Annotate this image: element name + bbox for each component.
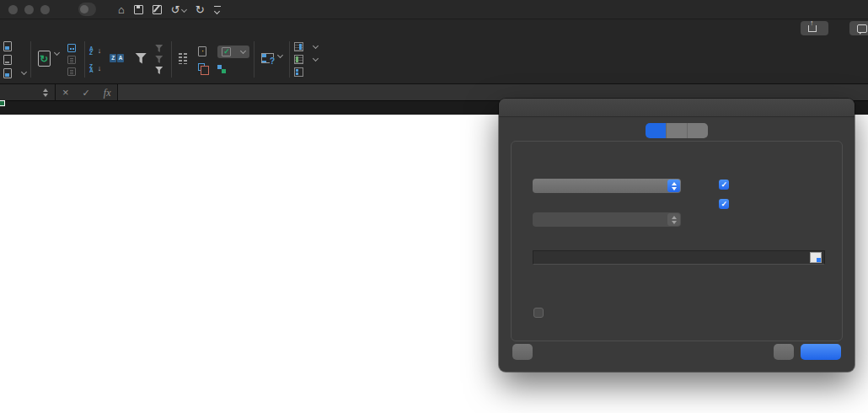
sortieren-button[interactable] — [107, 54, 126, 65]
what-if-analysis-icon — [261, 53, 274, 63]
sort-tiles-icon — [110, 54, 124, 62]
settings-panel — [511, 141, 843, 341]
chevron-down-icon — [313, 56, 319, 62]
data-validation-icon — [222, 47, 231, 56]
undo-chevron-icon — [181, 7, 187, 13]
toggle-knob-icon — [80, 5, 88, 13]
group-outline — [294, 35, 318, 83]
group-whatif — [259, 35, 285, 83]
tab-einstellungen[interactable] — [646, 123, 666, 138]
save-as-icon[interactable] — [153, 5, 162, 14]
undo-icon — [171, 4, 180, 15]
divider — [84, 41, 85, 78]
loeschen-button[interactable] — [155, 45, 167, 52]
blitzvorschau-button[interactable] — [198, 46, 212, 56]
allow-dropdown[interactable] — [533, 179, 681, 193]
tab-eingabemeldung[interactable] — [666, 123, 687, 138]
checkbox-checked-icon — [719, 180, 729, 190]
remove-duplicates-icon — [198, 63, 205, 71]
duplikate-entfernen-button[interactable] — [198, 63, 212, 73]
share-icon — [808, 25, 817, 32]
dialog-buttons — [512, 344, 841, 360]
refresh-all-icon — [38, 51, 51, 67]
apply-all-checkbox — [533, 308, 549, 318]
titlebar — [0, 0, 868, 19]
sort-az-icon — [89, 46, 94, 56]
clear-filter-icon — [155, 45, 163, 52]
comments-button[interactable] — [849, 21, 868, 35]
insert-function-icon[interactable] — [104, 85, 111, 100]
text-document-icon — [3, 55, 12, 65]
flash-fill-icon — [198, 46, 206, 56]
range-selector-icon[interactable] — [810, 252, 822, 263]
dropdown-stepper-icon — [667, 180, 680, 192]
eigenschaften-button[interactable] — [67, 56, 80, 64]
down-arrow-icon — [98, 64, 102, 73]
share-button[interactable] — [801, 21, 828, 35]
verknuepfungen-bearbeiten-button[interactable] — [67, 67, 80, 76]
datenueberpruefung-button[interactable] — [217, 46, 249, 58]
was-waere-wenn-button[interactable] — [259, 53, 285, 66]
ribbon-tabbar — [0, 19, 868, 35]
sort-ascending-button[interactable] — [89, 46, 101, 56]
ok-button[interactable] — [801, 344, 841, 360]
cell-dropdown-checkbox[interactable] — [719, 199, 734, 209]
aus-html-button[interactable] — [3, 41, 26, 51]
quick-access-toolbar — [118, 2, 221, 17]
sort-descending-button[interactable] — [89, 64, 101, 73]
undo-control[interactable] — [171, 2, 186, 17]
window-controls — [8, 5, 50, 14]
toolbar-options-icon[interactable] — [214, 6, 221, 13]
group-get-data — [3, 35, 26, 83]
divider — [55, 84, 56, 101]
minimize-window-icon[interactable] — [24, 5, 34, 14]
save-icon[interactable] — [134, 5, 143, 14]
ungroup-icon — [294, 55, 303, 64]
gruppierung-button[interactable] — [294, 42, 318, 51]
home-icon[interactable] — [118, 4, 125, 15]
filtern-button[interactable] — [132, 53, 149, 67]
neue-datenbankabfrage-button[interactable] — [3, 68, 26, 78]
neu-anwenden-button[interactable] — [155, 56, 167, 63]
gruppierung-aufheben-button[interactable] — [294, 55, 318, 64]
subtotal-icon — [294, 67, 303, 77]
cancel-entry-icon[interactable] — [62, 85, 69, 100]
comment-icon — [857, 24, 867, 33]
chevron-down-icon — [313, 43, 319, 49]
properties-icon — [67, 56, 76, 64]
teilergebnis-button[interactable] — [294, 67, 318, 77]
close-window-icon[interactable] — [8, 5, 18, 14]
ribbon-daten — [0, 35, 868, 84]
filter-funnel-icon — [135, 53, 147, 64]
clear-all-button[interactable] — [512, 344, 533, 360]
redo-icon[interactable] — [196, 4, 205, 15]
group-icon — [294, 42, 303, 51]
group-sort-filter — [89, 35, 167, 83]
cancel-button[interactable] — [774, 344, 794, 360]
connections-icon — [67, 44, 76, 52]
aus-text-button[interactable] — [3, 55, 26, 65]
down-arrow-icon — [98, 46, 102, 56]
sort-za-icon — [89, 64, 94, 73]
tab-fehlermeldung[interactable] — [687, 123, 708, 138]
dialog-title[interactable] — [499, 99, 855, 117]
group-connections — [35, 35, 80, 83]
ignore-blank-checkbox[interactable] — [719, 180, 734, 190]
autosave-toggle[interactable] — [78, 3, 96, 16]
divider — [289, 41, 290, 78]
checkbox-checked-icon — [719, 199, 729, 209]
excel-window — [0, 0, 868, 413]
source-input[interactable] — [533, 250, 825, 265]
chevron-down-icon — [240, 48, 246, 54]
group-data-tools — [176, 35, 249, 83]
konsolidieren-button[interactable] — [217, 65, 249, 73]
verbindungen-button[interactable] — [67, 44, 80, 52]
zoom-window-icon[interactable] — [40, 5, 50, 14]
text-in-spalten-button[interactable] — [176, 53, 192, 67]
erweitert-button[interactable] — [155, 67, 167, 74]
name-box-stepper-icon[interactable] — [43, 88, 48, 97]
alle-aktualisieren-button[interactable] — [35, 51, 62, 69]
selection-range[interactable] — [0, 101, 3, 105]
html-document-icon — [3, 41, 12, 51]
confirm-entry-icon[interactable] — [83, 85, 90, 100]
